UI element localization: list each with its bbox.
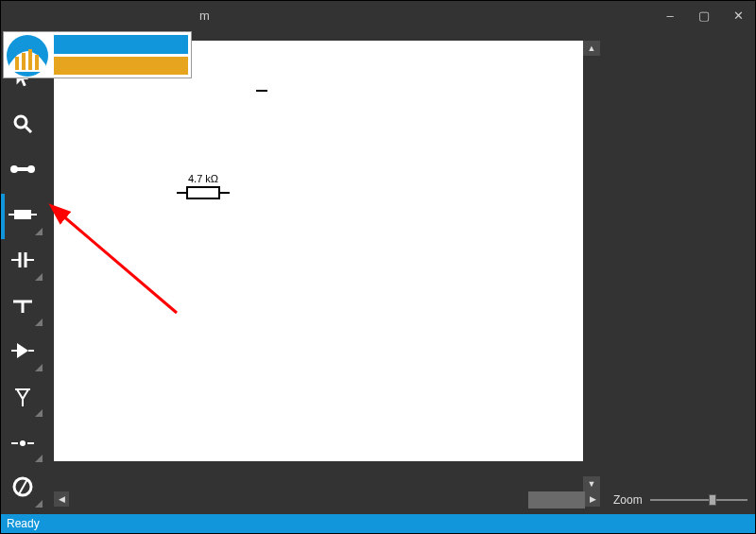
window-title: m: [199, 9, 210, 23]
status-text: Ready: [7, 517, 40, 530]
svg-line-6: [26, 127, 31, 132]
svg-line-27: [19, 479, 27, 494]
close-button[interactable]: ✕: [721, 1, 755, 29]
scroll-up-button[interactable]: ▲: [583, 41, 600, 56]
resistor-component[interactable]: 4.7 kΩ: [177, 173, 230, 199]
horizontal-scroll-track[interactable]: [69, 491, 585, 508]
resistor-tool[interactable]: [1, 194, 44, 239]
app-window: m – ▢ ✕: [0, 0, 756, 534]
svg-rect-3: [28, 49, 32, 70]
logo-bar-blue: [54, 35, 188, 54]
svg-rect-11: [14, 210, 31, 219]
flyout-indicator-icon: [35, 273, 43, 281]
svg-point-24: [20, 440, 26, 446]
logo-bar-orange: [54, 57, 188, 76]
horizontal-scrollbar[interactable]: ◀ ▶: [54, 491, 600, 508]
flyout-indicator-icon: [35, 409, 43, 417]
flyout-indicator-icon: [35, 500, 43, 508]
svg-point-5: [15, 116, 26, 128]
wire-tool[interactable]: [1, 148, 44, 194]
resistor-icon: [9, 208, 37, 225]
tee-icon: [11, 296, 34, 319]
resistor-value-label: 4.7 kΩ: [177, 173, 230, 184]
main-area: 4.7 kΩ ▲ ▼ ◀: [1, 29, 755, 514]
capacitor-icon: [11, 250, 34, 273]
zoom-slider-thumb[interactable]: [709, 494, 716, 506]
dumbbell-icon: [9, 163, 36, 180]
zoom-label: Zoom: [613, 493, 643, 507]
svg-rect-2: [22, 53, 26, 70]
canvas-scroll: 4.7 kΩ ▲ ▼: [44, 29, 606, 491]
vertical-scroll-track[interactable]: [583, 56, 600, 476]
diode-tool[interactable]: [1, 330, 44, 375]
svg-rect-4: [35, 55, 39, 70]
flyout-indicator-icon: [35, 319, 43, 326]
zoom-slider[interactable]: [650, 499, 747, 501]
svg-point-9: [27, 165, 35, 173]
logo-bars: [51, 32, 191, 78]
ground-tool[interactable]: [1, 284, 44, 330]
magnifier-icon: [11, 112, 34, 139]
capacitor-tool[interactable]: [1, 239, 44, 284]
scroll-right-button[interactable]: ▶: [585, 491, 600, 507]
scroll-left-button[interactable]: ◀: [54, 491, 69, 507]
circle-tool[interactable]: [1, 466, 44, 511]
scroll-down-button[interactable]: ▼: [583, 476, 600, 491]
vertical-toolbar: [1, 29, 44, 514]
logo-icon: [4, 32, 51, 79]
schematic-canvas[interactable]: 4.7 kΩ: [54, 41, 583, 461]
minimize-button[interactable]: –: [653, 1, 687, 29]
vertical-scrollbar[interactable]: ▲ ▼: [583, 41, 600, 491]
horizontal-scroll-thumb[interactable]: [528, 491, 585, 508]
canvas-area: 4.7 kΩ ▲ ▼ ◀: [44, 29, 606, 514]
logo-overlay: [3, 31, 192, 78]
resistor-symbol: [177, 186, 230, 199]
antenna-icon: [11, 386, 34, 410]
maximize-button[interactable]: ▢: [687, 1, 721, 29]
zoom-control: Zoom: [606, 486, 755, 514]
statusbar: Ready: [1, 514, 755, 533]
flyout-indicator-icon: [35, 228, 43, 235]
circle-icon: [11, 475, 34, 502]
triangle-icon: [11, 341, 34, 364]
flyout-indicator-icon: [35, 364, 43, 371]
svg-rect-1: [15, 57, 19, 70]
antenna-tool[interactable]: [1, 375, 44, 421]
zoom-tool[interactable]: [1, 103, 44, 148]
window-controls: – ▢ ✕: [653, 1, 755, 29]
hdots-icon: [9, 435, 36, 452]
flyout-indicator-icon: [35, 455, 43, 462]
canvas-mark: [256, 90, 267, 92]
titlebar: m – ▢ ✕: [1, 1, 755, 29]
right-panel: Zoom: [606, 29, 755, 514]
junction-tool[interactable]: [1, 421, 44, 466]
